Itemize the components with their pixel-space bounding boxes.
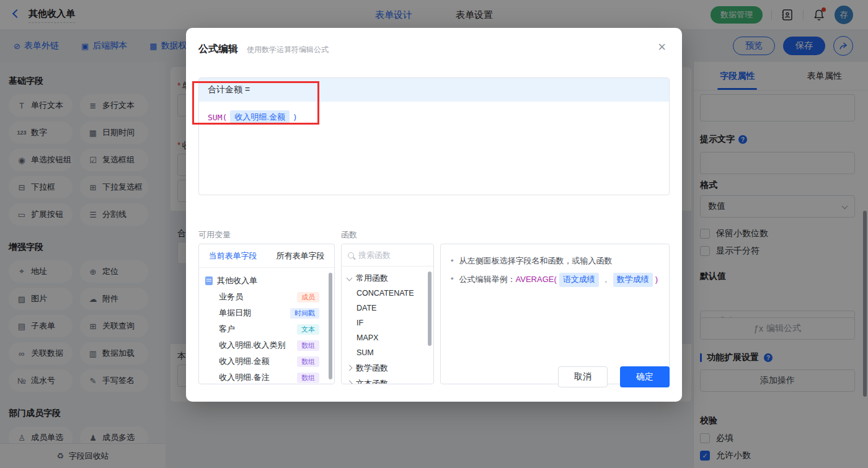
example-field-chip: 数学成绩 [613,273,653,287]
functions-scrollbar-thumb[interactable] [428,272,432,346]
formula-field-chip[interactable]: 收入明细.金额 [230,110,290,124]
bullet-icon: • [451,255,454,268]
formula-edit-modal: 公式编辑 使用数学运算符编辑公式 × 合计金额 = SUM( 收入明细.金额 )… [186,28,682,402]
functions-tree: 常用函数 CONCATENATE DATE IF MAPX SUM 数学函数 文… [342,267,433,384]
variables-scrollbar-thumb[interactable] [329,273,332,379]
search-input[interactable] [358,250,414,260]
help-tip-1: • 从左侧面板选择字段名和函数，或输入函数 [451,255,659,268]
modal-title: 公式编辑 [198,43,238,56]
type-badge-array: 数组 [297,356,319,367]
function-item-concatenate[interactable]: CONCATENATE [342,286,433,301]
functions-panel: 常用函数 CONCATENATE DATE IF MAPX SUM 数学函数 文… [341,244,434,384]
document-icon [205,276,213,285]
function-group-text[interactable]: 文本函数 [342,376,433,384]
variable-row-income-note[interactable]: 收入明细.备注 数组 [199,369,334,384]
modal-subtitle: 使用数学运算符编辑公式 [247,45,329,55]
formula-expression[interactable]: SUM( 收入明细.金额 ) [199,102,669,133]
close-icon[interactable]: × [658,40,666,54]
example-function-token: AVERAGE( [516,273,557,286]
bullet-icon: • [451,273,454,287]
variable-row-income-type[interactable]: 收入明细.收入类别 数组 [199,337,334,353]
type-badge-member: 成员 [297,292,319,302]
variables-tree: 其他收入单 业务员 成员 单据日期 时间戳 客户 文本 收入明细.收入类别 数组… [199,268,334,384]
variable-row-doc-date[interactable]: 单据日期 时间戳 [199,305,334,321]
variables-section-label: 可用变量 [198,229,231,241]
type-badge-array: 数组 [297,340,319,351]
chevron-down-icon [347,275,353,281]
formula-help-panel: • 从左侧面板选择字段名和函数，或输入函数 • 公式编辑举例： AVERAGE(… [440,244,670,384]
search-icon [348,252,354,258]
function-item-date[interactable]: DATE [342,301,433,316]
function-item-mapx[interactable]: MAPX [342,330,433,345]
function-item-if[interactable]: IF [342,316,433,330]
chevron-right-icon [347,365,353,371]
tab-all-form-fields[interactable]: 所有表单字段 [267,244,334,267]
function-group-common[interactable]: 常用函数 [342,270,433,286]
cancel-button[interactable]: 取消 [558,366,608,387]
example-close-paren: ) [655,273,658,286]
example-field-chip: 语文成绩 [559,273,599,287]
function-group-math[interactable]: 数学函数 [342,360,433,376]
type-badge-timestamp: 时间戳 [290,308,319,319]
variable-row-income-amount[interactable]: 收入明细.金额 数组 [199,353,334,369]
variables-panel: 当前表单字段 所有表单字段 其他收入单 业务员 成员 单据日期 时间戳 客户 文… [198,244,335,384]
tree-root-node[interactable]: 其他收入单 [199,272,334,289]
help-tip-2: • 公式编辑举例： AVERAGE( 语文成绩 ， 数学成绩 ) [451,273,659,287]
confirm-button[interactable]: 确定 [620,366,670,387]
function-item-sum[interactable]: SUM [342,345,433,360]
tab-current-form-fields[interactable]: 当前表单字段 [199,244,267,267]
functions-section-label: 函数 [341,229,357,241]
function-search-box[interactable] [342,244,433,267]
formula-close-paren: ) [293,113,298,122]
variables-tabs: 当前表单字段 所有表单字段 [199,244,334,268]
variable-row-salesman[interactable]: 业务员 成员 [199,289,334,305]
chevron-right-icon [347,381,353,384]
variable-row-customer[interactable]: 客户 文本 [199,321,334,337]
type-badge-array: 数组 [297,373,319,383]
type-badge-text: 文本 [297,324,319,335]
formula-target-line: 合计金额 = [199,78,669,102]
formula-function-token: SUM( [208,113,227,122]
formula-editor[interactable]: 合计金额 = SUM( 收入明细.金额 ) [198,77,670,195]
